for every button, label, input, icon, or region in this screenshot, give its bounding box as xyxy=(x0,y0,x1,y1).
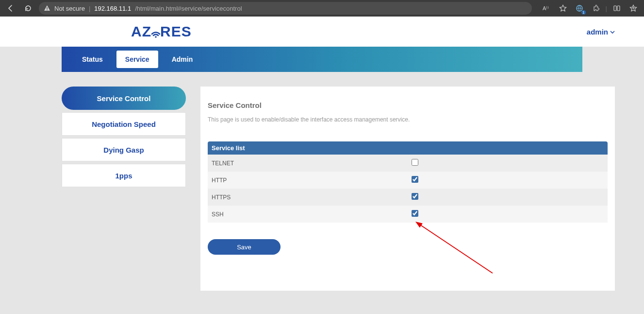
page-header: AZ RES admin xyxy=(0,17,644,47)
globe-icon[interactable]: 1 xyxy=(573,1,586,15)
nav-item-status[interactable]: Status xyxy=(73,51,112,68)
page-title: Service Control xyxy=(208,101,608,109)
sidebar: Service ControlNegotiation SpeedDying Ga… xyxy=(62,87,186,291)
svg-rect-5 xyxy=(617,6,620,11)
user-label: admin xyxy=(587,28,608,36)
service-checkbox-cell xyxy=(408,206,608,223)
logo-text-right: RES xyxy=(160,23,192,40)
main-nav: StatusServiceAdmin xyxy=(62,47,582,72)
not-secure-icon xyxy=(44,5,50,12)
refresh-button[interactable] xyxy=(21,1,35,15)
svg-rect-4 xyxy=(614,6,616,11)
table-row: SSH xyxy=(208,206,608,223)
service-checkbox-cell xyxy=(408,189,608,206)
security-label: Not secure xyxy=(54,5,85,12)
nav-item-admin[interactable]: Admin xyxy=(163,51,202,68)
sidebar-item-dying-gasp[interactable]: Dying Gasp xyxy=(62,138,186,161)
logo-wifi-icon xyxy=(150,26,161,37)
service-checkbox-ssh[interactable] xyxy=(412,210,418,217)
toolbar-separator: | xyxy=(606,5,607,12)
service-checkbox-https[interactable] xyxy=(412,193,418,200)
chevron-down-icon xyxy=(610,28,615,36)
collections-icon[interactable] xyxy=(627,1,640,15)
logo: AZ RES xyxy=(131,23,192,40)
save-button[interactable]: Save xyxy=(208,239,281,255)
url-host: 192.168.11.1 xyxy=(94,5,131,12)
svg-rect-0 xyxy=(47,7,47,9)
address-separator: | xyxy=(89,5,90,12)
browser-toolbar: Not secure | 192.168.11.1/html/main.html… xyxy=(0,0,644,17)
address-bar[interactable]: Not secure | 192.168.11.1/html/main.html… xyxy=(39,2,532,15)
user-menu[interactable]: admin xyxy=(587,28,615,36)
service-name: SSH xyxy=(208,206,408,223)
sidebar-item-negotiation-speed[interactable]: Negotiation Speed xyxy=(62,112,186,136)
sidebar-item-1pps[interactable]: 1pps xyxy=(62,164,186,187)
service-checkbox-cell xyxy=(408,155,608,172)
logo-text-left: AZ xyxy=(131,23,151,40)
page-description: This page is used to enable/disable the … xyxy=(208,116,608,123)
page: AZ RES admin StatusServiceAdmin Service … xyxy=(0,17,644,314)
table-header: Service list xyxy=(208,141,608,155)
table-row: TELNET xyxy=(208,155,608,172)
service-name: HTTPS xyxy=(208,189,408,206)
sidebar-item-service-control[interactable]: Service Control xyxy=(62,87,186,110)
service-name: TELNET xyxy=(208,155,408,172)
service-checkbox-http[interactable] xyxy=(412,176,418,183)
service-name: HTTP xyxy=(208,172,408,189)
service-checkbox-cell xyxy=(408,172,608,189)
table-row: HTTPS xyxy=(208,189,608,206)
svg-point-8 xyxy=(155,36,157,38)
back-button[interactable] xyxy=(4,1,17,15)
service-table: Service list TELNETHTTPHTTPSSSH xyxy=(208,141,608,223)
table-row: HTTP xyxy=(208,172,608,189)
url-path: /html/main.html#service/servicecontrol xyxy=(135,5,242,12)
main-content: Service Control This page is used to ena… xyxy=(200,87,615,291)
svg-rect-1 xyxy=(47,9,47,10)
split-screen-icon[interactable] xyxy=(610,1,624,15)
service-checkbox-telnet[interactable] xyxy=(412,159,418,166)
read-aloud-icon[interactable]: A⁾⁾ xyxy=(540,1,553,15)
svg-text:A⁾⁾: A⁾⁾ xyxy=(543,5,549,11)
nav-item-service[interactable]: Service xyxy=(116,51,158,68)
extensions-icon[interactable] xyxy=(589,1,603,15)
favorite-icon[interactable] xyxy=(556,1,570,15)
badge-count: 1 xyxy=(581,10,586,15)
